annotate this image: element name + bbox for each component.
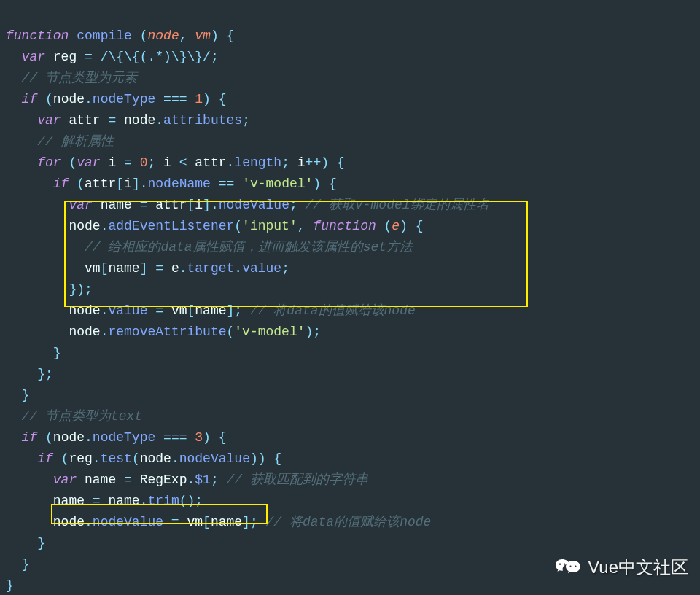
keyword-var: var [53, 472, 77, 487]
ident: node [124, 113, 155, 128]
semi: ; [281, 261, 289, 276]
brace: } [6, 578, 14, 593]
keyword-if: if [37, 451, 53, 466]
fn-call: removeAttribute [108, 324, 226, 339]
dot: . [140, 494, 148, 508]
dot: . [101, 219, 109, 233]
comment: // 解析属性 [37, 134, 113, 149]
string: 'v-model' [234, 324, 305, 339]
bracket: [ [187, 303, 195, 318]
semi: ; [250, 515, 266, 529]
dot: . [171, 451, 179, 466]
prop: value [242, 261, 281, 276]
paren: ( [61, 155, 77, 170]
op-pp: ++ [306, 155, 322, 170]
dot: . [140, 176, 148, 191]
comma: , [298, 219, 314, 233]
brace: { [219, 28, 235, 43]
op-eq: = [85, 50, 93, 64]
ident: attr [195, 155, 226, 170]
bracket: ] [227, 303, 235, 318]
prop: target [187, 261, 235, 276]
brace: } [37, 536, 45, 551]
param-e: e [392, 219, 400, 233]
comment: // 给相应的data属性赋值，进而触发该属性的set方法 [85, 240, 413, 254]
op-eq: === [155, 430, 195, 445]
op-eq: === [155, 92, 195, 106]
sp [132, 472, 140, 487]
bracket: [ [101, 261, 109, 276]
dot: . [85, 515, 93, 529]
op-eq: = [124, 472, 132, 487]
ident: node [69, 324, 100, 339]
comment: // 节点类型为元素 [22, 71, 137, 85]
ident: RegExp [140, 472, 187, 487]
code-block: function compile (node, vm) { var reg = … [0, 0, 700, 595]
ident: e [171, 261, 179, 276]
ident: i [163, 155, 179, 170]
prop: nodeName [148, 176, 211, 191]
semi: ; [289, 198, 306, 212]
brace: }; [37, 367, 53, 381]
ident: name [93, 198, 140, 212]
close: ) { [400, 219, 423, 233]
fn-name: compile [77, 28, 132, 43]
brace: } [22, 557, 30, 572]
semi: ; [211, 472, 227, 487]
brace: } [53, 346, 61, 360]
dot: . [85, 430, 93, 445]
watermark-text: Vue中文社区 [588, 556, 688, 578]
prop: nodeType [93, 92, 155, 106]
op-eq: = [147, 261, 171, 276]
close: }); [69, 282, 92, 297]
close: ) { [203, 430, 226, 445]
prop: value [108, 303, 147, 318]
dot: . [93, 451, 101, 466]
ident: name [211, 515, 242, 529]
ident: attr [61, 113, 109, 128]
paren: ( [69, 176, 85, 191]
dot: . [227, 155, 235, 170]
bracket: [ [116, 176, 124, 191]
paren: ( [376, 219, 392, 233]
semi: ; [234, 303, 250, 318]
ident: node [69, 303, 100, 318]
op-eq: = [163, 515, 187, 529]
comment: // 获取v-model绑定的属性名 [306, 198, 489, 212]
ident: name [195, 303, 226, 318]
keyword-if: if [53, 176, 69, 191]
close: ) { [321, 155, 344, 170]
bracket: ] [140, 261, 148, 276]
sp [147, 198, 155, 212]
dot: . [85, 92, 93, 106]
paren: ( [140, 28, 148, 43]
op-eq: = [93, 494, 101, 508]
op-eq: == [211, 176, 242, 191]
keyword-if: if [22, 430, 38, 445]
keyword-var: var [69, 198, 92, 212]
prop: nodeValue [179, 451, 250, 466]
paren: ( [37, 92, 53, 106]
keyword-function: function [313, 219, 376, 233]
comment: // 节点类型为text [22, 409, 143, 424]
bracket: ] [132, 176, 140, 191]
ident: node [53, 515, 85, 529]
semi: ; [147, 155, 163, 170]
close: ); [306, 324, 322, 339]
semi: ; [211, 50, 219, 64]
close: ) { [203, 92, 226, 106]
close: ) { [313, 176, 336, 191]
sp [116, 113, 124, 128]
op-eq: = [140, 198, 148, 212]
ident: attr [155, 198, 187, 212]
ident: name [53, 494, 93, 508]
keyword-if: if [22, 92, 38, 106]
string: 'input' [242, 219, 298, 233]
op-eq: = [108, 113, 116, 128]
ident: vm [171, 303, 187, 318]
param-vm: vm [195, 28, 211, 43]
fn-call: addEventListener [108, 219, 234, 233]
ident: reg [45, 50, 85, 64]
dot: . [101, 303, 109, 318]
bracket: ] [203, 198, 211, 212]
